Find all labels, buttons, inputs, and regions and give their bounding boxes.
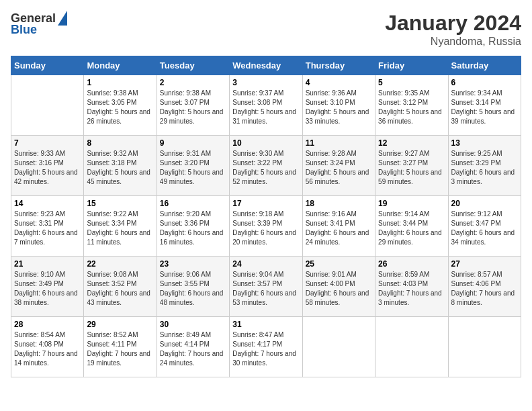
sunrise-text: Sunrise: 9:04 AM [232, 270, 299, 279]
sunrise-text: Sunrise: 9:25 AM [451, 149, 518, 158]
daylight-text: Daylight: 6 hours and 53 minutes. [232, 289, 299, 308]
sunset-text: Sunset: 3:05 PM [87, 98, 153, 107]
sunrise-text: Sunrise: 9:10 AM [14, 270, 81, 279]
daylight-text: Daylight: 6 hours and 43 minutes. [87, 289, 153, 308]
calendar-cell: 5 Sunrise: 9:35 AM Sunset: 3:12 PM Dayli… [375, 75, 448, 136]
daylight-text: Daylight: 5 hours and 29 minutes. [160, 107, 226, 126]
calendar-cell: 16 Sunrise: 9:20 AM Sunset: 3:36 PM Dayl… [157, 196, 229, 257]
col-saturday: Saturday [448, 56, 521, 75]
daylight-text: Daylight: 6 hours and 7 minutes. [14, 228, 81, 247]
day-info: Sunrise: 9:10 AM Sunset: 3:49 PM Dayligh… [14, 270, 81, 308]
day-number: 2 [160, 78, 226, 87]
calendar-week-3: 14 Sunrise: 9:23 AM Sunset: 3:31 PM Dayl… [11, 196, 521, 257]
day-number: 29 [87, 320, 153, 329]
daylight-text: Daylight: 5 hours and 52 minutes. [232, 168, 299, 187]
sunrise-text: Sunrise: 9:38 AM [87, 89, 153, 98]
calendar-cell [448, 317, 521, 377]
day-info: Sunrise: 9:16 AM Sunset: 3:41 PM Dayligh… [306, 210, 372, 247]
calendar-cell: 1 Sunrise: 9:38 AM Sunset: 3:05 PM Dayli… [84, 75, 157, 136]
sunset-text: Sunset: 3:10 PM [306, 98, 372, 107]
daylight-text: Daylight: 7 hours and 19 minutes. [87, 349, 153, 368]
day-info: Sunrise: 9:31 AM Sunset: 3:20 PM Dayligh… [160, 149, 226, 187]
sunset-text: Sunset: 3:22 PM [232, 158, 299, 168]
calendar-cell: 13 Sunrise: 9:25 AM Sunset: 3:29 PM Dayl… [448, 136, 521, 196]
sunset-text: Sunset: 4:00 PM [306, 279, 372, 289]
sunset-text: Sunset: 3:39 PM [232, 219, 299, 228]
sunset-text: Sunset: 3:18 PM [87, 158, 153, 168]
day-info: Sunrise: 8:52 AM Sunset: 4:11 PM Dayligh… [87, 330, 153, 368]
sunset-text: Sunset: 4:06 PM [451, 279, 518, 289]
calendar-cell: 20 Sunrise: 9:12 AM Sunset: 3:47 PM Dayl… [448, 196, 521, 257]
daylight-text: Daylight: 7 hours and 8 minutes. [451, 289, 518, 308]
sunrise-text: Sunrise: 8:59 AM [378, 270, 445, 279]
day-info: Sunrise: 9:28 AM Sunset: 3:24 PM Dayligh… [306, 149, 372, 187]
calendar-cell: 28 Sunrise: 8:54 AM Sunset: 4:08 PM Dayl… [11, 317, 84, 377]
sunset-text: Sunset: 3:34 PM [87, 219, 153, 228]
calendar-cell: 8 Sunrise: 9:32 AM Sunset: 3:18 PM Dayli… [84, 136, 157, 196]
sunset-text: Sunset: 3:44 PM [378, 219, 445, 228]
daylight-text: Daylight: 5 hours and 26 minutes. [87, 107, 153, 126]
day-info: Sunrise: 9:06 AM Sunset: 3:55 PM Dayligh… [160, 270, 226, 308]
calendar-week-4: 21 Sunrise: 9:10 AM Sunset: 3:49 PM Dayl… [11, 257, 521, 317]
day-number: 13 [451, 138, 518, 148]
daylight-text: Daylight: 6 hours and 11 minutes. [87, 228, 153, 247]
sunrise-text: Sunrise: 9:22 AM [87, 210, 153, 219]
sunrise-text: Sunrise: 9:32 AM [87, 149, 153, 158]
daylight-text: Daylight: 7 hours and 3 minutes. [378, 289, 445, 308]
location-title: Nyandoma, Russia [385, 36, 521, 48]
day-info: Sunrise: 8:47 AM Sunset: 4:17 PM Dayligh… [232, 330, 299, 368]
sunset-text: Sunset: 3:16 PM [14, 158, 81, 168]
calendar-cell: 26 Sunrise: 8:59 AM Sunset: 4:03 PM Dayl… [375, 257, 448, 317]
daylight-text: Daylight: 5 hours and 42 minutes. [14, 168, 81, 187]
month-title: January 2024 [385, 11, 521, 36]
daylight-text: Daylight: 6 hours and 24 minutes. [306, 228, 372, 247]
calendar-cell: 6 Sunrise: 9:34 AM Sunset: 3:14 PM Dayli… [448, 75, 521, 136]
sunset-text: Sunset: 3:20 PM [160, 158, 226, 168]
day-number: 30 [160, 320, 226, 329]
day-number: 11 [306, 138, 372, 148]
day-info: Sunrise: 9:23 AM Sunset: 3:31 PM Dayligh… [14, 210, 81, 247]
calendar-cell: 17 Sunrise: 9:18 AM Sunset: 3:39 PM Dayl… [230, 196, 302, 257]
day-info: Sunrise: 9:27 AM Sunset: 3:27 PM Dayligh… [378, 149, 445, 187]
sunset-text: Sunset: 3:29 PM [451, 158, 518, 168]
calendar-cell: 12 Sunrise: 9:27 AM Sunset: 3:27 PM Dayl… [375, 136, 448, 196]
day-number: 15 [87, 199, 153, 208]
calendar-cell: 25 Sunrise: 9:01 AM Sunset: 4:00 PM Dayl… [302, 257, 375, 317]
logo-blue-text: Blue [11, 23, 37, 37]
daylight-text: Daylight: 5 hours and 33 minutes. [306, 107, 372, 126]
sunset-text: Sunset: 3:57 PM [232, 279, 299, 289]
day-info: Sunrise: 9:38 AM Sunset: 3:07 PM Dayligh… [160, 89, 226, 126]
sunrise-text: Sunrise: 9:31 AM [160, 149, 226, 158]
daylight-text: Daylight: 6 hours and 16 minutes. [160, 228, 226, 247]
logo: General Blue [11, 11, 67, 37]
sunset-text: Sunset: 3:31 PM [14, 219, 81, 228]
daylight-text: Daylight: 6 hours and 29 minutes. [378, 228, 445, 247]
day-number: 27 [451, 259, 518, 269]
sunset-text: Sunset: 3:36 PM [160, 219, 226, 228]
calendar-cell [302, 317, 375, 377]
sunset-text: Sunset: 3:12 PM [378, 98, 445, 107]
day-info: Sunrise: 9:30 AM Sunset: 3:22 PM Dayligh… [232, 149, 299, 187]
sunrise-text: Sunrise: 9:28 AM [306, 149, 372, 158]
calendar-cell [375, 317, 448, 377]
day-info: Sunrise: 9:38 AM Sunset: 3:05 PM Dayligh… [87, 89, 153, 126]
daylight-text: Daylight: 6 hours and 20 minutes. [232, 228, 299, 247]
calendar-cell: 9 Sunrise: 9:31 AM Sunset: 3:20 PM Dayli… [157, 136, 229, 196]
col-wednesday: Wednesday [230, 56, 302, 75]
sunset-text: Sunset: 3:49 PM [14, 279, 81, 289]
daylight-text: Daylight: 5 hours and 39 minutes. [451, 107, 518, 126]
sunset-text: Sunset: 3:24 PM [306, 158, 372, 168]
sunrise-text: Sunrise: 8:54 AM [14, 330, 81, 340]
calendar-cell: 22 Sunrise: 9:08 AM Sunset: 3:52 PM Dayl… [84, 257, 157, 317]
sunrise-text: Sunrise: 9:30 AM [232, 149, 299, 158]
sunset-text: Sunset: 4:03 PM [378, 279, 445, 289]
sunset-text: Sunset: 3:14 PM [451, 98, 518, 107]
sunset-text: Sunset: 4:11 PM [87, 340, 153, 349]
calendar-cell: 27 Sunrise: 8:57 AM Sunset: 4:06 PM Dayl… [448, 257, 521, 317]
calendar-cell: 24 Sunrise: 9:04 AM Sunset: 3:57 PM Dayl… [230, 257, 302, 317]
daylight-text: Daylight: 6 hours and 48 minutes. [160, 289, 226, 308]
sunrise-text: Sunrise: 9:01 AM [306, 270, 372, 279]
daylight-text: Daylight: 5 hours and 59 minutes. [378, 168, 445, 187]
calendar-header: Sunday Monday Tuesday Wednesday Thursday… [11, 56, 521, 75]
daylight-text: Daylight: 7 hours and 24 minutes. [160, 349, 226, 368]
